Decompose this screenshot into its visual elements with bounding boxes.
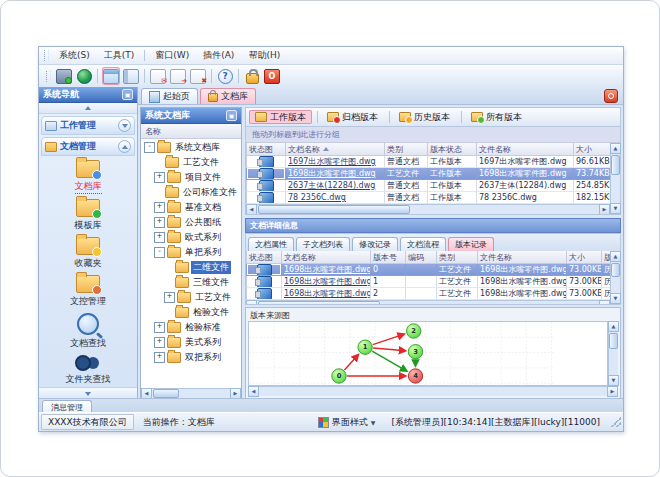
column-header-1[interactable]: 状态图 xyxy=(247,143,286,156)
table-hscrollbar[interactable]: ◀▶ xyxy=(246,204,610,214)
cell-doc-name[interactable]: 1698出水嘴零件图.dwg xyxy=(286,168,385,180)
scrollbar-thumb[interactable] xyxy=(611,155,620,175)
cell-version-status[interactable]: 工作版本 xyxy=(428,180,477,192)
document-table-vscrollbar[interactable]: ▲ ▼ xyxy=(610,143,620,214)
cell-version-status[interactable]: 历史版本 xyxy=(602,264,610,276)
cell-version-status[interactable]: 工作版本 xyxy=(428,156,477,168)
cell-doc-name[interactable]: 1698出水嘴零件图.dwg xyxy=(282,276,371,288)
collapse-group-button[interactable] xyxy=(118,140,131,153)
table-row[interactable]: 1698出水嘴零件图.dwg2工艺文件1698出水嘴零件图.dwg73.00KB… xyxy=(246,288,610,300)
interface-style-dropdown[interactable]: 界面样式 ▼ xyxy=(311,414,383,430)
graph-vscrollbar[interactable]: ▲ ▼ xyxy=(608,321,618,386)
cell-code[interactable] xyxy=(406,264,437,276)
cell-size[interactable]: 96.61KB xyxy=(574,156,610,168)
menu-drag-grip[interactable] xyxy=(44,50,49,61)
version-node-4[interactable]: 4 xyxy=(408,369,422,383)
button-work-version[interactable]: 工作版本 xyxy=(249,110,312,124)
cell-category[interactable]: 普通文档 xyxy=(385,180,428,192)
table-row[interactable]: 1698出水嘴零件图.dwg1工艺文件1698出水嘴零件图.dwg73.00KB… xyxy=(246,276,610,288)
tree-node[interactable]: 二维文件 xyxy=(141,260,241,275)
column-header-6[interactable]: 大小 xyxy=(574,143,610,156)
tree-node[interactable]: +双把系列 xyxy=(141,350,241,365)
sidebar-item-doc-control-folder[interactable]: 文控管理 xyxy=(39,275,137,308)
sidebar-item-favorites-folder[interactable]: 收藏夹 xyxy=(39,237,137,270)
column-header-5[interactable]: 类别 xyxy=(437,251,478,264)
menu-item[interactable]: 帮助(H) xyxy=(241,47,287,64)
version-node-2[interactable]: 2 xyxy=(407,324,421,338)
collapse-icon[interactable]: - xyxy=(154,247,165,258)
tree-node[interactable]: 检验文件 xyxy=(141,305,241,320)
scroll-down-icon[interactable]: ▼ xyxy=(610,293,621,304)
detail-tab[interactable]: 文档属性 xyxy=(248,237,294,251)
column-header-7[interactable]: 大小 xyxy=(567,251,602,264)
cell-code[interactable] xyxy=(406,288,437,300)
button-archive-version[interactable]: 归档版本 xyxy=(321,110,384,124)
table-row[interactable]: 2637主体(12284).dwg普通文档工作版本2637主体(12284).d… xyxy=(246,180,610,192)
tree-node[interactable]: +公共图纸 xyxy=(141,215,241,230)
column-header-5[interactable]: 文件名称 xyxy=(477,143,574,156)
cell-doc-name[interactable]: 2637主体(12284).dwg xyxy=(286,180,385,192)
cell-file-name[interactable]: 1698出水嘴零件图.dwg xyxy=(478,288,567,300)
tree-horizontal-scrollbar[interactable]: ◀ ▶ xyxy=(141,388,241,398)
tab-start-page[interactable]: 起始页 xyxy=(141,88,198,104)
expand-icon[interactable]: + xyxy=(154,172,165,183)
cell-file-name[interactable]: 78 2356C.dwg xyxy=(477,192,574,204)
column-header-1[interactable]: 状态图 xyxy=(247,251,282,264)
scroll-right-icon[interactable]: ▶ xyxy=(599,204,610,214)
table-hscrollbar[interactable]: ◀▶ xyxy=(246,300,610,304)
tree-node[interactable]: +检验标准 xyxy=(141,320,241,335)
tree-node[interactable]: -系统文档库 xyxy=(141,140,241,155)
cell-version-no[interactable]: 2 xyxy=(371,288,406,300)
cell-category[interactable]: 工艺文件 xyxy=(437,276,478,288)
column-header-3[interactable]: 类别 xyxy=(385,143,428,156)
expand-icon[interactable]: + xyxy=(154,352,165,363)
scroll-down-icon[interactable]: ▼ xyxy=(608,375,619,386)
column-header-3[interactable]: 版本号 xyxy=(371,251,406,264)
expand-icon[interactable]: + xyxy=(164,292,175,303)
version-node-3[interactable]: 3 xyxy=(408,345,422,359)
scroll-up-icon[interactable]: ▲ xyxy=(610,143,621,154)
scrollbar-thumb[interactable] xyxy=(258,205,410,214)
cell-file-name[interactable]: 2637主体(12284).dwg xyxy=(477,180,574,192)
cell-version-status[interactable]: 历史版本 xyxy=(602,288,610,300)
scroll-left-icon[interactable]: ◀ xyxy=(246,204,257,214)
tree-node[interactable]: +美式系列 xyxy=(141,335,241,350)
cell-file-name[interactable]: 1698出水嘴零件图.dwg xyxy=(478,264,567,276)
cell-size[interactable]: 73.74KB xyxy=(574,168,610,180)
cell-category[interactable]: 普通文档 xyxy=(385,192,428,204)
sidebar-item-doc-library-folder[interactable]: 文档库 xyxy=(39,160,137,194)
cell-doc-name[interactable]: 78 2356C.dwg xyxy=(286,192,385,204)
tab-doc-library[interactable]: 文档库 xyxy=(200,88,256,104)
status-icon-cell[interactable] xyxy=(247,264,282,276)
cell-file-name[interactable]: 1697出水嘴零件图.dwg xyxy=(477,156,574,168)
column-header-8[interactable]: 版本状态 xyxy=(602,251,610,264)
toolbar-button-lock-icon[interactable] xyxy=(243,67,261,85)
version-graph-canvas[interactable]: 01234 xyxy=(248,321,608,386)
tree-node[interactable]: 公司标准文件 xyxy=(141,185,241,200)
sidebar-group-work[interactable]: 工作管理 xyxy=(41,116,135,135)
status-icon-cell[interactable] xyxy=(247,276,282,288)
menu-item[interactable]: 插件(A) xyxy=(196,47,241,64)
cell-version-status[interactable]: 历史版本 xyxy=(602,276,610,288)
cell-file-name[interactable]: 1698出水嘴零件图.dwg xyxy=(477,168,574,180)
detail-tab[interactable]: 文档流程 xyxy=(400,237,446,251)
cell-doc-name[interactable]: 1698出水嘴零件图.dwg xyxy=(282,288,371,300)
scroll-right-icon[interactable]: ▶ xyxy=(599,300,610,304)
scroll-down-icon[interactable]: ▼ xyxy=(610,203,621,214)
toolbar-button-screen-icon[interactable] xyxy=(55,67,73,85)
pin-icon[interactable]: ▣ xyxy=(226,110,237,121)
cell-category[interactable]: 工艺文件 xyxy=(437,264,478,276)
scrollbar-thumb[interactable] xyxy=(153,389,179,398)
scroll-up-icon[interactable]: ▲ xyxy=(610,251,621,262)
table-row[interactable]: ▶1698出水嘴零件图.dwg0工艺文件1698出水嘴零件图.dwg73.00K… xyxy=(246,264,610,276)
resize-grip[interactable] xyxy=(611,417,621,427)
column-header-2[interactable]: 文档名称 xyxy=(282,251,371,264)
toolbar-button-mail-delete-icon[interactable] xyxy=(149,67,167,85)
sidebar-item-doc-search[interactable]: 文档查找 xyxy=(39,313,137,350)
cell-file-name[interactable]: 1698出水嘴零件图.dwg xyxy=(478,276,567,288)
detail-tab[interactable]: 版本记录 xyxy=(448,237,494,251)
scroll-left-icon[interactable]: ◀ xyxy=(248,386,259,397)
scroll-left-icon[interactable]: ◀ xyxy=(246,300,257,304)
table-row[interactable]: 1697出水嘴零件图.dwg普通文档工作版本1697出水嘴零件图.dwg96.6… xyxy=(246,156,610,168)
menu-item[interactable]: 窗口(W) xyxy=(148,47,196,64)
